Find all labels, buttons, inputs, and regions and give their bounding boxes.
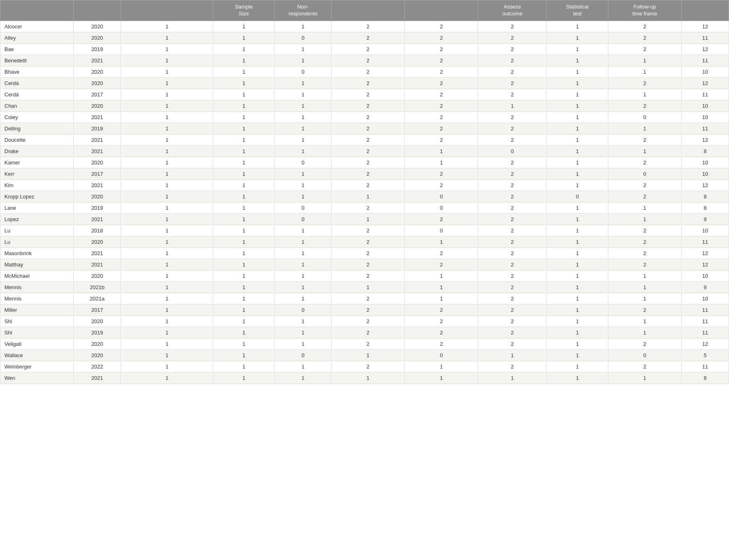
cell-assessOutcome: 2 [478,179,546,191]
cell-score: 10 [682,293,729,304]
cell-ascertainment: 2 [332,327,405,338]
cell-followUpTimeFrame: 0 [608,168,681,179]
cell-statisticalTest: 1 [546,89,608,100]
cell-comparability: 1 [405,372,478,383]
cell-year: 2020 [74,66,121,77]
cell-year: 2019 [74,43,121,55]
cell-author: Veligati [0,338,74,349]
cell-assessOutcome: 2 [478,66,546,77]
cell-nonRespondents: 1 [274,111,331,123]
cell-author: Mennis [0,281,74,293]
cell-representativeness: 1 [121,191,213,202]
cell-statisticalTest: 1 [546,55,608,66]
cell-representativeness: 1 [121,259,213,270]
cell-ascertainment: 2 [332,55,405,66]
col-header-author [0,0,74,21]
cell-representativeness: 1 [121,225,213,236]
cell-score: 11 [682,55,729,66]
cell-representativeness: 1 [121,55,213,66]
col-header-comparability [405,0,478,21]
cell-year: 2021 [74,247,121,259]
table-row: Shi20191112221111 [0,327,729,338]
cell-ascertainment: 2 [332,111,405,123]
cell-comparability: 1 [405,236,478,247]
table-row: Kerr20171112221010 [0,168,729,179]
cell-comparability: 1 [405,361,478,372]
cell-comparability: 2 [405,123,478,134]
table-row: Bae20191112221212 [0,43,729,55]
cell-score: 10 [682,66,729,77]
cell-score: 8 [682,372,729,383]
cell-representativeness: 1 [121,100,213,111]
cell-sampleSize: 1 [213,372,274,383]
cell-representativeness: 1 [121,281,213,293]
cell-ascertainment: 2 [332,123,405,134]
cell-assessOutcome: 2 [478,111,546,123]
cell-ascertainment: 2 [332,134,405,145]
cell-nonRespondents: 1 [274,259,331,270]
cell-statisticalTest: 1 [546,270,608,281]
cell-year: 2022 [74,361,121,372]
cell-followUpTimeFrame: 2 [608,157,681,168]
cell-author: Cerdà [0,89,74,100]
table-row: Kamer20201102121210 [0,157,729,168]
cell-statisticalTest: 1 [546,145,608,157]
cell-score: 12 [682,259,729,270]
cell-ascertainment: 2 [332,259,405,270]
cell-assessOutcome: 0 [478,145,546,157]
cell-year: 2021 [74,145,121,157]
cell-statisticalTest: 1 [546,304,608,315]
cell-representativeness: 1 [121,304,213,315]
cell-nonRespondents: 1 [274,145,331,157]
cell-statisticalTest: 1 [546,66,608,77]
cell-sampleSize: 1 [213,55,274,66]
cell-ascertainment: 1 [332,191,405,202]
cell-author: Drake [0,145,74,157]
cell-score: 10 [682,225,729,236]
col-header-follow-up: Follow-uptime frame [608,0,681,21]
cell-representativeness: 1 [121,145,213,157]
table-row: Drake2021111210118 [0,145,729,157]
cell-author: Mennis [0,293,74,304]
cell-sampleSize: 1 [213,247,274,259]
cell-year: 2017 [74,304,121,315]
cell-ascertainment: 2 [332,43,405,55]
table-row: Doucette20211112221212 [0,134,729,145]
cell-followUpTimeFrame: 2 [608,100,681,111]
cell-nonRespondents: 1 [274,21,331,32]
cell-sampleSize: 1 [213,123,274,134]
cell-author: Wallace [0,349,74,361]
cell-year: 2020 [74,77,121,89]
cell-followUpTimeFrame: 1 [608,123,681,134]
cell-nonRespondents: 1 [274,270,331,281]
table-row: Chan20201112211210 [0,100,729,111]
cell-assessOutcome: 1 [478,372,546,383]
cell-author: Shi [0,327,74,338]
cell-representativeness: 1 [121,77,213,89]
cell-sampleSize: 1 [213,202,274,213]
cell-ascertainment: 2 [332,293,405,304]
cell-statisticalTest: 1 [546,21,608,32]
cell-sampleSize: 1 [213,213,274,225]
cell-statisticalTest: 1 [546,77,608,89]
cell-sampleSize: 1 [213,281,274,293]
cell-comparability: 2 [405,259,478,270]
cell-author: Wen [0,372,74,383]
cell-comparability: 2 [405,111,478,123]
cell-comparability: 2 [405,304,478,315]
cell-representativeness: 1 [121,168,213,179]
cell-sampleSize: 1 [213,179,274,191]
cell-followUpTimeFrame: 1 [608,55,681,66]
cell-statisticalTest: 1 [546,43,608,55]
cell-assessOutcome: 2 [478,213,546,225]
cell-nonRespondents: 0 [274,349,331,361]
table-row: Cerdà20171112221111 [0,89,729,100]
cell-followUpTimeFrame: 1 [608,327,681,338]
cell-followUpTimeFrame: 2 [608,225,681,236]
cell-representativeness: 1 [121,327,213,338]
cell-statisticalTest: 1 [546,32,608,43]
cell-statisticalTest: 1 [546,361,608,372]
cell-assessOutcome: 2 [478,191,546,202]
cell-assessOutcome: 2 [478,134,546,145]
cell-ascertainment: 2 [332,338,405,349]
